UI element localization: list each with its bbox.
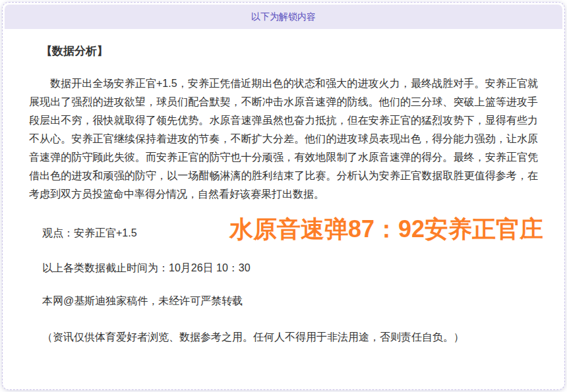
- copyright-line: 本网@基斯迪独家稿件，未经许可严禁转载: [29, 294, 538, 308]
- section-title: 【数据分析】: [29, 43, 538, 59]
- unlock-banner-label: 以下为解锁内容: [251, 11, 316, 23]
- article-content: 【数据分析】 数据开出全场安养正官+1.5，安养正凭借近期出色的状态和强大的进攻…: [3, 43, 564, 345]
- data-deadline-line: 以上各类数据截止时间为：10月26日 10：30: [29, 261, 538, 275]
- viewpoint-line: 观点：安养正官+1.5: [29, 226, 538, 240]
- disclaimer-line: （资讯仅供体育爱好者浏览、数据参考之用。任何人不得用于非法用途，否则责任自负。）: [29, 330, 538, 345]
- unlock-banner: 以下为解锁内容: [5, 5, 562, 29]
- unlocked-content-card: 以下为解锁内容 【数据分析】 数据开出全场安养正官+1.5，安养正凭借近期出色的…: [2, 2, 565, 390]
- analysis-paragraph: 数据开出全场安养正官+1.5，安养正凭借近期出色的状态和强大的进攻火力，最终战胜…: [29, 74, 538, 204]
